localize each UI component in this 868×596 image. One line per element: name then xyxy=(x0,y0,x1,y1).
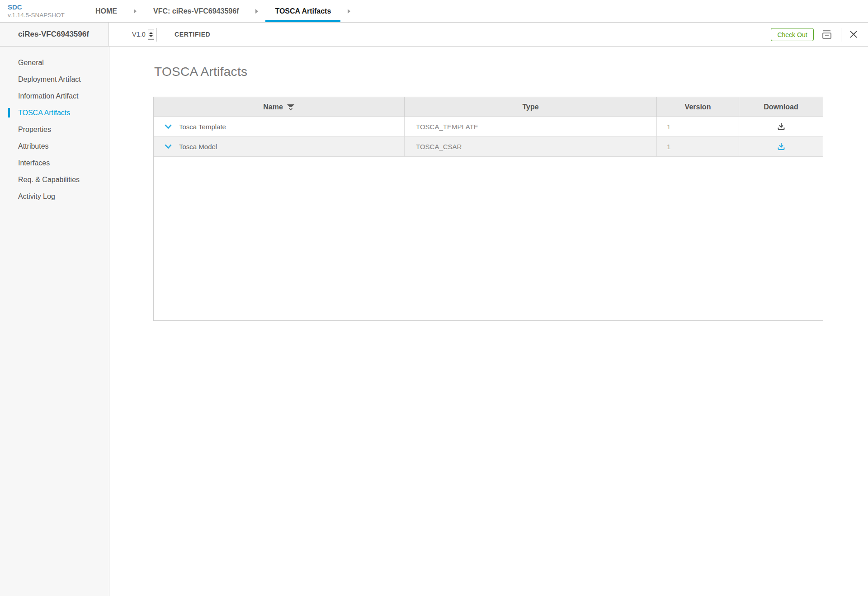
header-divider xyxy=(841,28,841,42)
sidebar-item-activity-log[interactable]: Activity Log xyxy=(0,188,109,205)
page-title: TOSCA Artifacts xyxy=(154,65,247,79)
sidebar-item-label: General xyxy=(18,59,44,66)
artifact-type-cell: TOSCA_CSAR xyxy=(405,137,657,156)
entity-name: ciRes-VFC6943596f xyxy=(0,23,109,46)
sdc-logo-title: SDC xyxy=(8,3,65,12)
sort-icon xyxy=(287,104,295,111)
breadcrumb-vfc-label: VFC: ciRes-VFC6943596f xyxy=(153,7,239,15)
active-indicator-bar xyxy=(8,108,10,117)
chevron-down-icon[interactable] xyxy=(165,143,174,150)
top-nav-bar: SDC v.1.14.5-SNAPSHOT HOME VFC: ciRes-VF… xyxy=(0,0,868,23)
breadcrumb-home-label: HOME xyxy=(95,7,117,15)
version-value: V1.0 xyxy=(132,31,146,38)
chevron-down-icon[interactable] xyxy=(165,123,174,131)
breadcrumb-tosca-artifacts-label: TOSCA Artifacts xyxy=(275,7,331,15)
sdc-version-label: v.1.14.5-SNAPSHOT xyxy=(8,12,65,19)
sidebar-item-label: Req. & Capabilities xyxy=(18,176,80,183)
sidebar-item-attributes[interactable]: Attributes xyxy=(0,138,109,155)
artifact-version-cell: 1 xyxy=(657,137,739,156)
sidebar-item-tosca-artifacts[interactable]: TOSCA Artifacts xyxy=(0,104,109,121)
breadcrumb-vfc[interactable]: VFC: ciRes-VFC6943596f xyxy=(144,0,248,22)
column-header-version[interactable]: Version xyxy=(657,97,739,117)
column-header-type[interactable]: Type xyxy=(405,97,657,117)
sidebar-item-label: Interfaces xyxy=(18,159,50,167)
table-row: Tosca Template TOSCA_TEMPLATE 1 xyxy=(154,117,823,137)
sidebar-item-label: Deployment Artifact xyxy=(18,75,81,83)
artifact-name: Tosca Model xyxy=(179,143,217,150)
header-divider xyxy=(156,28,157,42)
version-selector[interactable]: V1.0 xyxy=(132,23,154,46)
breadcrumb-caret-icon xyxy=(134,9,137,14)
sidebar-item-label: Properties xyxy=(18,126,51,133)
artifact-name-cell: Tosca Model xyxy=(154,137,405,156)
breadcrumb-tosca-artifacts[interactable]: TOSCA Artifacts xyxy=(265,0,340,22)
close-icon[interactable] xyxy=(848,29,859,40)
main-content: TOSCA Artifacts Name Type Version Do xyxy=(109,47,868,596)
artifact-name-cell: Tosca Template xyxy=(154,117,405,136)
sidebar-item-properties[interactable]: Properties xyxy=(0,121,109,138)
table-row: Tosca Model TOSCA_CSAR 1 xyxy=(154,137,823,157)
print-icon[interactable] xyxy=(820,29,834,41)
version-spinner[interactable] xyxy=(148,29,154,40)
download-icon[interactable] xyxy=(776,122,787,132)
artifact-download-cell xyxy=(739,137,823,156)
sdc-logo[interactable]: SDC v.1.14.5-SNAPSHOT xyxy=(8,3,65,19)
download-icon[interactable] xyxy=(776,141,787,152)
sidebar-item-label: Attributes xyxy=(18,142,49,150)
spinner-up-icon xyxy=(149,32,153,34)
column-header-label: Download xyxy=(764,103,798,111)
spinner-down-icon xyxy=(149,35,153,37)
column-header-label: Name xyxy=(263,103,283,111)
tosca-artifacts-table: Name Type Version Download xyxy=(153,97,823,321)
sidebar-item-req-capabilities[interactable]: Req. & Capabilities xyxy=(0,171,109,188)
artifact-download-cell xyxy=(739,117,823,136)
check-out-button[interactable]: Check Out xyxy=(771,28,814,41)
sidebar-item-label: Activity Log xyxy=(18,192,55,200)
sidebar-item-deployment-artifact[interactable]: Deployment Artifact xyxy=(0,71,109,88)
artifact-name: Tosca Template xyxy=(179,123,226,131)
sidebar-item-information-artifact[interactable]: Information Artifact xyxy=(0,88,109,104)
sidebar-item-label: Information Artifact xyxy=(18,92,78,100)
sidebar-item-interfaces[interactable]: Interfaces xyxy=(0,155,109,171)
artifact-type-cell: TOSCA_TEMPLATE xyxy=(405,117,657,136)
breadcrumb: HOME VFC: ciRes-VFC6943596f TOSCA Artifa… xyxy=(86,0,358,22)
table-header-row: Name Type Version Download xyxy=(154,97,823,117)
column-header-label: Type xyxy=(522,103,538,111)
sidebar-item-general[interactable]: General xyxy=(0,54,109,71)
column-header-download[interactable]: Download xyxy=(739,97,823,117)
sidebar-item-label: TOSCA Artifacts xyxy=(18,109,70,117)
artifact-version-cell: 1 xyxy=(657,117,739,136)
sidebar: General Deployment Artifact Information … xyxy=(0,47,109,596)
breadcrumb-home[interactable]: HOME xyxy=(86,0,127,22)
breadcrumb-caret-icon xyxy=(255,9,258,14)
breadcrumb-caret-icon xyxy=(348,9,350,14)
entity-header-band: ciRes-VFC6943596f V1.0 CERTIFIED Check O… xyxy=(0,23,868,47)
lifecycle-state-badge: CERTIFIED xyxy=(175,23,210,46)
column-header-name[interactable]: Name xyxy=(154,97,405,117)
column-header-label: Version xyxy=(685,103,711,111)
